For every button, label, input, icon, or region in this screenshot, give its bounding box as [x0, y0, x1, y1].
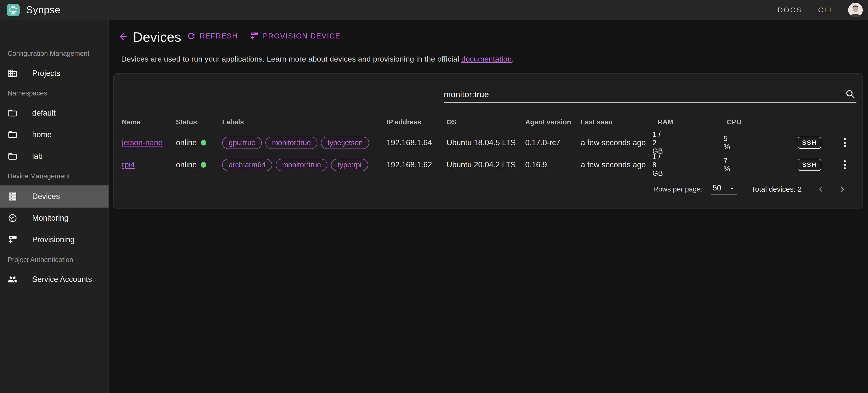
- sidebar-divider: [0, 291, 108, 291]
- rows-per-page-label: Rows per page:: [653, 185, 703, 193]
- dropdown-arrow-icon: [728, 185, 736, 192]
- sidebar-item-label: Projects: [32, 69, 60, 78]
- gauge-icon: [7, 213, 18, 223]
- search-icon[interactable]: [845, 89, 857, 100]
- sidebar-item-namespace-home[interactable]: home: [0, 124, 108, 146]
- sidebar-item-namespace-default[interactable]: default: [0, 102, 108, 124]
- sidebar-item-label: Service Accounts: [32, 275, 92, 284]
- description-period: .: [512, 55, 514, 63]
- app-title: Synpse: [26, 4, 60, 16]
- device-name-link[interactable]: jetson-nano: [122, 138, 163, 147]
- section-namespaces: Namespaces: [7, 89, 47, 97]
- rows-per-page-value: 50: [713, 183, 721, 192]
- cli-link[interactable]: CLI: [818, 6, 832, 14]
- cloud-logo-icon: [8, 4, 19, 16]
- last-seen: a few seconds ago: [581, 154, 658, 176]
- last-seen: a few seconds ago: [581, 132, 658, 154]
- server-stack-icon: [7, 191, 18, 202]
- label-pill[interactable]: gpu:true: [222, 137, 262, 149]
- ssh-button[interactable]: SSH: [798, 159, 821, 171]
- sidebar-item-devices[interactable]: Devices: [0, 185, 108, 208]
- main-content: Devices REFRESH PROVISION DEVICE Devices…: [109, 20, 868, 393]
- sidebar-item-namespace-lab[interactable]: lab: [0, 145, 108, 168]
- label-pill[interactable]: monitor:true: [266, 137, 317, 149]
- topbar-right: DOCS CLI: [778, 0, 863, 20]
- label-pill[interactable]: monitor:true: [276, 159, 328, 171]
- sidebar-item-label: Monitoring: [32, 214, 69, 223]
- table-row: jetson-nano online gpu:true monitor:true…: [114, 132, 863, 154]
- status-text: online: [176, 138, 197, 147]
- label-pill[interactable]: arch:arm64: [222, 159, 272, 171]
- label-pill[interactable]: type:jetson: [321, 137, 369, 149]
- refresh-icon: [186, 31, 196, 41]
- description-text: Devices are used to run your application…: [121, 55, 461, 63]
- status-text: online: [176, 160, 197, 169]
- column-header-ssh: [798, 113, 839, 132]
- sidebar-item-label: lab: [32, 152, 42, 161]
- sidebar-item-label: default: [32, 109, 56, 118]
- section-project-authentication: Project Authentication: [7, 256, 73, 264]
- sidebar-item-service-accounts[interactable]: Service Accounts: [0, 268, 108, 291]
- folder-icon: [7, 151, 18, 161]
- rows-per-page-select[interactable]: 50: [711, 183, 737, 195]
- next-page-chevron-icon[interactable]: [835, 182, 849, 196]
- table-footer: Rows per page: 50 Total devices: 2: [114, 176, 863, 209]
- documentation-link[interactable]: documentation: [461, 55, 512, 63]
- column-header-cpu: CPU: [727, 113, 798, 132]
- column-header-ram: RAM: [658, 113, 727, 132]
- provision-device-button[interactable]: PROVISION DEVICE: [250, 31, 341, 41]
- sidebar-item-provisioning[interactable]: Provisioning: [0, 229, 108, 251]
- ip-address: 192.168.1.62: [386, 154, 446, 176]
- table-row: rpi4 online arch:arm64 monitor:true type…: [114, 154, 863, 176]
- search-field: [444, 87, 857, 103]
- sidebar-item-monitoring[interactable]: Monitoring: [0, 207, 108, 229]
- provision-button-label: PROVISION DEVICE: [263, 32, 341, 40]
- sidebar-item-projects[interactable]: Projects: [0, 62, 108, 84]
- page-title: Devices: [133, 29, 181, 45]
- online-status-dot: [201, 140, 206, 146]
- building-icon: [7, 68, 18, 79]
- refresh-button-label: REFRESH: [199, 32, 238, 40]
- page-description: Devices are used to run your application…: [121, 55, 514, 63]
- search-input[interactable]: [444, 90, 845, 99]
- online-status-dot: [201, 162, 206, 168]
- refresh-button[interactable]: REFRESH: [186, 31, 238, 41]
- people-icon: [7, 274, 18, 284]
- column-header-ip: IP address: [386, 113, 446, 132]
- folder-icon: [7, 130, 18, 140]
- agent-version: 0.16.9: [525, 154, 581, 176]
- ip-address: 192.168.1.64: [386, 132, 446, 154]
- folder-icon: [7, 108, 18, 118]
- sidebar-item-label: Devices: [32, 192, 60, 201]
- top-bar: Synpse DOCS CLI: [0, 0, 868, 20]
- server-plus-icon: [250, 31, 259, 41]
- device-name-link[interactable]: rpi4: [122, 160, 135, 169]
- sidebar-item-label: home: [32, 130, 52, 139]
- column-header-actions: [839, 113, 863, 132]
- agent-version: 0.17.0-rc7: [525, 132, 581, 154]
- app-root: Synpse DOCS CLI Configuration Management: [0, 0, 868, 393]
- devices-card: Name Status Labels IP address OS Agent v…: [114, 73, 863, 209]
- app-logo[interactable]: [7, 4, 20, 16]
- row-menu-kebab-icon[interactable]: [839, 136, 850, 149]
- column-header-last-seen: Last seen: [581, 113, 658, 132]
- back-arrow-icon[interactable]: [118, 31, 129, 42]
- ssh-button[interactable]: SSH: [798, 137, 821, 149]
- column-header-labels: Labels: [222, 113, 386, 132]
- label-pill[interactable]: type:rpi: [331, 159, 368, 171]
- sidebar-item-label: Provisioning: [32, 235, 75, 244]
- user-avatar[interactable]: [848, 3, 863, 17]
- column-header-status: Status: [176, 113, 222, 132]
- section-device-management: Device Management: [7, 172, 70, 180]
- os-name: Ubuntu 20.04.2 LTS: [446, 154, 525, 176]
- column-header-os: OS: [446, 113, 525, 132]
- row-menu-kebab-icon[interactable]: [839, 158, 850, 171]
- docs-link[interactable]: DOCS: [778, 6, 802, 14]
- os-name: Ubuntu 18.04.5 LTS: [446, 132, 525, 154]
- column-header-name: Name: [114, 113, 176, 132]
- table-header-row: Name Status Labels IP address OS Agent v…: [114, 113, 863, 132]
- sidebar: Configuration Management Projects Namesp…: [0, 20, 108, 393]
- previous-page-chevron-icon[interactable]: [814, 182, 828, 196]
- total-devices-label: Total devices: 2: [751, 185, 802, 193]
- server-plus-icon: [7, 235, 18, 245]
